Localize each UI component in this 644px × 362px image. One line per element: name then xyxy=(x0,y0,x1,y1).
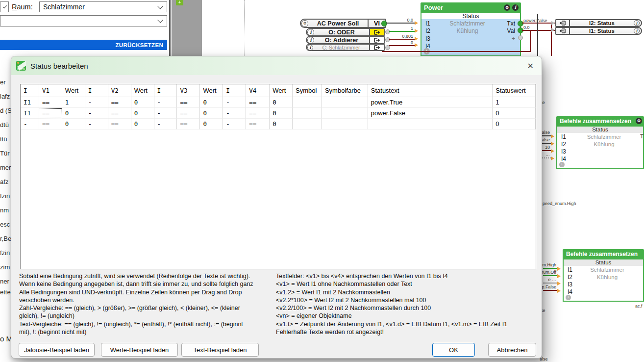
load-jalousie-example-button[interactable]: Jalousie-Beispiel laden xyxy=(19,343,95,357)
column-header-wert-5[interactable]: Wert xyxy=(131,84,154,97)
status-object-i1[interactable]: I1: Status i xyxy=(555,27,642,35)
column-header-statustext-14[interactable]: Statustext xyxy=(368,84,493,97)
info-icon[interactable]: i xyxy=(307,29,314,36)
power-block-header[interactable]: Power ⚙ i xyxy=(421,2,521,12)
table-cell[interactable]: == xyxy=(177,97,200,108)
close-icon[interactable]: ✕ xyxy=(527,61,534,71)
status-object-i2[interactable]: I2: Status i xyxy=(555,19,642,27)
info-icon[interactable]: i xyxy=(307,37,314,44)
column-header-v2-4[interactable]: V2 xyxy=(108,84,131,97)
table-cell[interactable]: - xyxy=(223,108,246,119)
add-input-button[interactable]: + xyxy=(566,295,571,300)
table-cell[interactable]: - xyxy=(154,108,177,119)
output-port-label[interactable]: Val xyxy=(499,27,515,34)
table-cell[interactable]: == xyxy=(177,119,200,129)
column-header-v4-10[interactable]: V4 xyxy=(246,84,270,97)
output-object-icon[interactable] xyxy=(369,29,384,35)
table-cell[interactable]: - xyxy=(85,97,108,108)
table-cell[interactable]: - xyxy=(223,97,246,108)
column-header-i-9[interactable]: I xyxy=(223,84,246,97)
table-cell[interactable]: 0 xyxy=(200,108,223,119)
table-cell[interactable]: - xyxy=(21,119,39,129)
table-cell[interactable]: == xyxy=(39,119,62,129)
table-cell[interactable]: 0 xyxy=(200,97,223,108)
table-cell[interactable] xyxy=(322,108,368,119)
table-cell[interactable]: == xyxy=(246,119,270,129)
gear-icon[interactable]: ⚙ xyxy=(301,20,308,27)
input-port-label[interactable]: I1 xyxy=(425,20,435,27)
table-cell[interactable]: 0 xyxy=(131,97,154,108)
befehle-block-header[interactable]: Befehle zusammensetzen xyxy=(563,249,644,259)
table-cell[interactable] xyxy=(322,119,368,129)
input-port-label[interactable]: I3 xyxy=(557,148,574,155)
load-werte-example-button[interactable]: Werte-Beispiel laden xyxy=(101,343,178,357)
info-icon[interactable]: i xyxy=(634,28,640,34)
table-cell[interactable]: 0 xyxy=(200,119,223,129)
table-cell[interactable]: 0 xyxy=(131,119,154,129)
input-port-label[interactable]: I3 xyxy=(425,35,435,42)
table-cell[interactable]: 0 xyxy=(493,119,536,129)
output-object-icon[interactable] xyxy=(369,37,384,43)
input-port-label[interactable]: I1 xyxy=(557,133,574,140)
column-header-i-6[interactable]: I xyxy=(154,84,177,97)
table-cell[interactable]: I1 xyxy=(21,97,39,108)
output-object-icon[interactable] xyxy=(369,45,384,50)
table-cell[interactable]: - xyxy=(154,119,177,129)
table-cell[interactable]: == xyxy=(39,108,62,119)
mini-dropdown[interactable] xyxy=(0,1,9,12)
info-icon[interactable]: i xyxy=(512,4,519,11)
table-cell[interactable]: 0 xyxy=(131,108,154,119)
column-header-symbolfarbe-13[interactable]: Symbolfarbe xyxy=(322,84,368,97)
befehle-block-header[interactable]: Befehle zusammensetzen ⚙ xyxy=(556,116,644,126)
table-cell[interactable]: power.False xyxy=(368,108,493,119)
logic-object-schlafzimmer[interactable]: i C: Schlafzimmer xyxy=(306,44,385,51)
input-port-label[interactable]: I2 xyxy=(564,274,580,281)
table-cell[interactable]: == xyxy=(39,97,62,108)
table-cell[interactable] xyxy=(322,97,368,108)
output-dot[interactable] xyxy=(518,21,523,26)
table-cell[interactable]: 1 xyxy=(493,97,536,108)
column-header-v3-7[interactable]: V3 xyxy=(177,84,200,97)
load-text-example-button[interactable]: Text-Beispiel laden xyxy=(181,343,259,357)
table-cell[interactable] xyxy=(293,119,322,129)
table-cell[interactable]: 1 xyxy=(62,97,85,108)
table-cell[interactable]: == xyxy=(108,119,131,129)
table-cell[interactable]: I1 xyxy=(21,108,39,119)
table-cell[interactable]: - xyxy=(154,97,177,108)
logic-object-oder[interactable]: i O: ODER xyxy=(306,28,385,36)
column-header-statuswert-15[interactable]: Statuswert xyxy=(493,84,536,97)
column-header-i-3[interactable]: I xyxy=(85,84,108,97)
column-header-i-0[interactable]: I xyxy=(21,84,39,97)
table-cell[interactable]: == xyxy=(246,97,270,108)
table-cell[interactable]: - xyxy=(85,108,108,119)
table-cell[interactable]: == xyxy=(177,108,200,119)
cancel-button[interactable]: Abbrechen xyxy=(488,343,536,357)
raum-select[interactable]: Schlafzimmer xyxy=(39,1,167,12)
table-cell[interactable]: - xyxy=(85,119,108,129)
column-header-wert-11[interactable]: Wert xyxy=(270,84,293,97)
add-output-button[interactable]: + xyxy=(499,35,515,42)
table-cell[interactable]: 0 xyxy=(270,119,293,129)
connector-dot[interactable] xyxy=(381,21,387,26)
gear-icon[interactable]: ⚙ xyxy=(504,4,510,11)
table-cell[interactable]: 0 xyxy=(493,108,536,119)
table-cell[interactable] xyxy=(368,119,493,129)
table-cell[interactable] xyxy=(293,97,322,108)
table-cell[interactable]: - xyxy=(223,119,246,129)
logic-object-addierer[interactable]: i O: Addierer xyxy=(306,36,385,44)
input-port-label[interactable]: I2 xyxy=(557,141,574,148)
input-port-label[interactable]: I2 xyxy=(425,27,435,34)
table-cell[interactable]: == xyxy=(108,108,131,119)
output-dot[interactable] xyxy=(518,35,523,40)
table-cell[interactable]: 0 xyxy=(62,108,85,119)
input-port-label[interactable]: I3 xyxy=(564,281,580,288)
dialog-titlebar[interactable]: CONFIG Status bearbeiten ✕ xyxy=(11,56,542,75)
column-header-wert-2[interactable]: Wert xyxy=(62,84,85,97)
output-port-label[interactable]: Txt xyxy=(499,20,515,27)
info-icon[interactable]: i xyxy=(307,45,313,51)
column-header-v1-1[interactable]: V1 xyxy=(39,84,62,97)
column-header-wert-8[interactable]: Wert xyxy=(200,84,223,97)
table-cell[interactable]: 0 xyxy=(270,108,293,119)
table-cell[interactable] xyxy=(293,108,322,119)
table-cell[interactable]: == xyxy=(108,97,131,108)
